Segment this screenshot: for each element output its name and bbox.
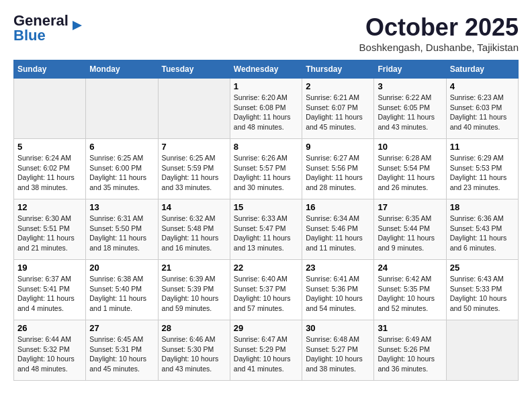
- calendar-cell: 8Sunrise: 6:26 AM Sunset: 5:57 PM Daylig…: [230, 139, 302, 199]
- calendar-cell: 1Sunrise: 6:20 AM Sunset: 6:08 PM Daylig…: [230, 79, 302, 139]
- calendar-cell: 27Sunrise: 6:45 AM Sunset: 5:31 PM Dayli…: [86, 320, 158, 381]
- day-number: 16: [306, 202, 370, 212]
- day-number: 2: [306, 81, 370, 91]
- day-info: Sunrise: 6:21 AM Sunset: 6:07 PM Dayligh…: [306, 93, 370, 132]
- day-info: Sunrise: 6:48 AM Sunset: 5:27 PM Dayligh…: [306, 334, 370, 374]
- day-number: 15: [234, 202, 298, 212]
- calendar-cell: 6Sunrise: 6:25 AM Sunset: 6:00 PM Daylig…: [86, 139, 158, 199]
- day-number: 8: [234, 142, 298, 152]
- calendar-cell: 23Sunrise: 6:41 AM Sunset: 5:36 PM Dayli…: [302, 260, 374, 320]
- calendar-cell: 19Sunrise: 6:37 AM Sunset: 5:41 PM Dayli…: [14, 260, 86, 320]
- location: Boshkengash, Dushanbe, Tajikistan: [359, 42, 519, 53]
- day-number: 22: [234, 263, 298, 273]
- day-number: 30: [306, 323, 370, 333]
- day-number: 10: [378, 142, 442, 152]
- day-number: 18: [450, 202, 515, 212]
- calendar-cell: [446, 320, 518, 381]
- day-number: 6: [89, 142, 154, 152]
- week-row-2: 5Sunrise: 6:24 AM Sunset: 6:02 PM Daylig…: [14, 139, 519, 199]
- day-number: 3: [378, 81, 442, 91]
- calendar-cell: 31Sunrise: 6:49 AM Sunset: 5:26 PM Dayli…: [374, 320, 446, 381]
- title-block: October 2025 Boshkengash, Dushanbe, Taji…: [359, 13, 519, 53]
- day-number: 20: [89, 263, 154, 273]
- weekday-tuesday: Tuesday: [158, 60, 230, 79]
- day-number: 25: [450, 263, 515, 273]
- calendar-cell: 20Sunrise: 6:38 AM Sunset: 5:40 PM Dayli…: [86, 260, 158, 320]
- day-number: 14: [162, 202, 226, 212]
- calendar-cell: 17Sunrise: 6:35 AM Sunset: 5:44 PM Dayli…: [374, 199, 446, 260]
- calendar-cell: [14, 79, 86, 139]
- logo: GeneralBlue: [13, 13, 85, 43]
- page-header: GeneralBlue October 2025 Boshkengash, Du…: [13, 13, 519, 53]
- day-number: 27: [89, 323, 154, 333]
- day-info: Sunrise: 6:28 AM Sunset: 5:54 PM Dayligh…: [378, 153, 442, 193]
- day-number: 26: [17, 323, 82, 333]
- day-info: Sunrise: 6:43 AM Sunset: 5:33 PM Dayligh…: [450, 274, 515, 314]
- day-number: 23: [306, 263, 370, 273]
- calendar-cell: 2Sunrise: 6:21 AM Sunset: 6:07 PM Daylig…: [302, 79, 374, 139]
- week-row-1: 1Sunrise: 6:20 AM Sunset: 6:08 PM Daylig…: [14, 79, 519, 139]
- day-number: 24: [378, 263, 442, 273]
- calendar-cell: 18Sunrise: 6:36 AM Sunset: 5:43 PM Dayli…: [446, 199, 518, 260]
- day-info: Sunrise: 6:24 AM Sunset: 6:02 PM Dayligh…: [17, 153, 82, 193]
- day-info: Sunrise: 6:27 AM Sunset: 5:56 PM Dayligh…: [306, 153, 370, 193]
- calendar-cell: 25Sunrise: 6:43 AM Sunset: 5:33 PM Dayli…: [446, 260, 518, 320]
- day-number: 13: [89, 202, 154, 212]
- calendar-cell: [158, 79, 230, 139]
- calendar-cell: 4Sunrise: 6:23 AM Sunset: 6:03 PM Daylig…: [446, 79, 518, 139]
- day-info: Sunrise: 6:45 AM Sunset: 5:31 PM Dayligh…: [89, 334, 154, 374]
- day-info: Sunrise: 6:29 AM Sunset: 5:53 PM Dayligh…: [450, 153, 515, 193]
- calendar-cell: 13Sunrise: 6:31 AM Sunset: 5:50 PM Dayli…: [86, 199, 158, 260]
- day-info: Sunrise: 6:22 AM Sunset: 6:05 PM Dayligh…: [378, 93, 442, 132]
- day-number: 17: [378, 202, 442, 212]
- svg-marker-0: [73, 21, 82, 30]
- calendar-cell: 22Sunrise: 6:40 AM Sunset: 5:37 PM Dayli…: [230, 260, 302, 320]
- weekday-saturday: Saturday: [446, 60, 518, 79]
- day-info: Sunrise: 6:39 AM Sunset: 5:39 PM Dayligh…: [162, 274, 226, 314]
- day-number: 21: [162, 263, 226, 273]
- day-number: 7: [162, 142, 226, 152]
- calendar-cell: 21Sunrise: 6:39 AM Sunset: 5:39 PM Dayli…: [158, 260, 230, 320]
- calendar-cell: 11Sunrise: 6:29 AM Sunset: 5:53 PM Dayli…: [446, 139, 518, 199]
- week-row-3: 12Sunrise: 6:30 AM Sunset: 5:51 PM Dayli…: [14, 199, 519, 260]
- calendar-cell: 3Sunrise: 6:22 AM Sunset: 6:05 PM Daylig…: [374, 79, 446, 139]
- day-info: Sunrise: 6:46 AM Sunset: 5:30 PM Dayligh…: [162, 334, 226, 374]
- calendar-cell: 29Sunrise: 6:47 AM Sunset: 5:29 PM Dayli…: [230, 320, 302, 381]
- calendar-cell: 5Sunrise: 6:24 AM Sunset: 6:02 PM Daylig…: [14, 139, 86, 199]
- month-title: October 2025: [359, 13, 519, 42]
- day-info: Sunrise: 6:37 AM Sunset: 5:41 PM Dayligh…: [17, 274, 82, 314]
- day-info: Sunrise: 6:41 AM Sunset: 5:36 PM Dayligh…: [306, 274, 370, 314]
- day-info: Sunrise: 6:49 AM Sunset: 5:26 PM Dayligh…: [378, 334, 442, 374]
- day-info: Sunrise: 6:42 AM Sunset: 5:35 PM Dayligh…: [378, 274, 442, 314]
- day-number: 29: [234, 323, 298, 333]
- day-number: 11: [450, 142, 515, 152]
- calendar-cell: 7Sunrise: 6:25 AM Sunset: 5:59 PM Daylig…: [158, 139, 230, 199]
- weekday-thursday: Thursday: [302, 60, 374, 79]
- weekday-monday: Monday: [86, 60, 158, 79]
- day-info: Sunrise: 6:25 AM Sunset: 5:59 PM Dayligh…: [162, 153, 226, 193]
- calendar-cell: 14Sunrise: 6:32 AM Sunset: 5:48 PM Dayli…: [158, 199, 230, 260]
- day-info: Sunrise: 6:25 AM Sunset: 6:00 PM Dayligh…: [89, 153, 154, 193]
- day-info: Sunrise: 6:26 AM Sunset: 5:57 PM Dayligh…: [234, 153, 298, 193]
- calendar-cell: 24Sunrise: 6:42 AM Sunset: 5:35 PM Dayli…: [374, 260, 446, 320]
- day-info: Sunrise: 6:34 AM Sunset: 5:46 PM Dayligh…: [306, 214, 370, 253]
- day-number: 5: [17, 142, 82, 152]
- day-info: Sunrise: 6:44 AM Sunset: 5:32 PM Dayligh…: [17, 334, 82, 374]
- calendar-cell: 26Sunrise: 6:44 AM Sunset: 5:32 PM Dayli…: [14, 320, 86, 381]
- weekday-wednesday: Wednesday: [230, 60, 302, 79]
- day-info: Sunrise: 6:47 AM Sunset: 5:29 PM Dayligh…: [234, 334, 298, 374]
- weekday-header-row: SundayMondayTuesdayWednesdayThursdayFrid…: [14, 60, 519, 79]
- weekday-friday: Friday: [374, 60, 446, 79]
- day-info: Sunrise: 6:33 AM Sunset: 5:47 PM Dayligh…: [234, 214, 298, 253]
- day-number: 31: [378, 323, 442, 333]
- calendar-cell: 9Sunrise: 6:27 AM Sunset: 5:56 PM Daylig…: [302, 139, 374, 199]
- day-number: 19: [17, 263, 82, 273]
- calendar-table: SundayMondayTuesdayWednesdayThursdayFrid…: [13, 60, 519, 381]
- calendar-cell: 10Sunrise: 6:28 AM Sunset: 5:54 PM Dayli…: [374, 139, 446, 199]
- calendar-cell: [86, 79, 158, 139]
- weekday-sunday: Sunday: [14, 60, 86, 79]
- day-info: Sunrise: 6:23 AM Sunset: 6:03 PM Dayligh…: [450, 93, 515, 132]
- logo-text: GeneralBlue: [13, 13, 69, 43]
- day-number: 1: [234, 81, 298, 91]
- day-number: 9: [306, 142, 370, 152]
